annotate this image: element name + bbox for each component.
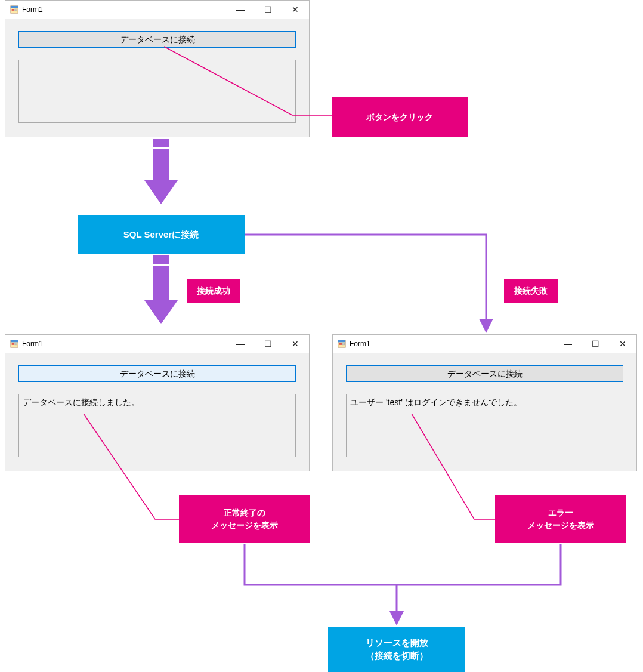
window-title: Form1 — [350, 340, 370, 348]
connect-button[interactable]: データベースに接続 — [18, 31, 296, 48]
form-window-initial: Form1 — ☐ ✕ データベースに接続 — [5, 0, 310, 137]
callout-click-button: ボタンをクリック — [332, 97, 468, 137]
form-window-fail: Form1 — ☐ ✕ データベースに接続 ユーザー 'test' はログインで… — [332, 334, 637, 471]
titlebar: Form1 — ☐ ✕ — [5, 335, 309, 353]
close-button[interactable]: ✕ — [282, 1, 309, 19]
svg-rect-1 — [11, 6, 18, 8]
connect-button[interactable]: データベースに接続 — [18, 365, 296, 382]
form-icon — [338, 340, 346, 348]
form-icon — [10, 340, 18, 348]
arrow-click-to-sql — [144, 139, 178, 204]
svg-rect-15 — [153, 255, 169, 264]
svg-rect-7 — [15, 343, 17, 345]
label-success: 接続成功 — [187, 279, 240, 303]
message-textbox[interactable] — [18, 60, 296, 123]
form-icon — [10, 5, 18, 14]
titlebar: Form1 — ☐ ✕ — [333, 335, 636, 353]
titlebar: Form1 — ☐ ✕ — [5, 1, 309, 19]
connect-button[interactable]: データベースに接続 — [346, 365, 623, 382]
svg-rect-12 — [153, 139, 169, 147]
close-button[interactable]: ✕ — [609, 335, 636, 353]
svg-rect-16 — [153, 266, 169, 300]
callout-success-message: 正常終了の メッセージを表示 — [179, 495, 310, 543]
svg-marker-14 — [144, 180, 178, 204]
minimize-button[interactable]: — — [554, 335, 582, 353]
minimize-button[interactable]: — — [227, 335, 254, 353]
message-textbox[interactable]: ユーザー 'test' はログインできませんでした。 — [346, 394, 623, 457]
maximize-button[interactable]: ☐ — [582, 335, 609, 353]
svg-rect-13 — [153, 149, 169, 180]
message-textbox[interactable]: データベースに接続しました。 — [18, 394, 296, 457]
svg-rect-5 — [11, 340, 18, 343]
window-title: Form1 — [22, 5, 43, 14]
close-button[interactable]: ✕ — [282, 335, 309, 353]
arrow-error-to-release — [397, 544, 561, 585]
svg-rect-9 — [338, 340, 345, 343]
flow-sql-connect: SQL Serverに接続 — [78, 215, 245, 254]
window-title: Form1 — [22, 340, 43, 348]
form-window-success: Form1 — ☐ ✕ データベースに接続 データベースに接続しました。 — [5, 334, 310, 471]
svg-rect-10 — [339, 343, 342, 345]
maximize-button[interactable]: ☐ — [254, 335, 282, 353]
svg-rect-3 — [15, 9, 17, 11]
label-fail: 接続失敗 — [504, 279, 558, 303]
svg-rect-11 — [342, 343, 345, 345]
arrow-sql-to-success — [144, 255, 178, 324]
minimize-button[interactable]: — — [227, 1, 254, 19]
maximize-button[interactable]: ☐ — [254, 1, 282, 19]
callout-error-message: エラー メッセージを表示 — [495, 495, 626, 543]
arrow-sql-to-fail — [245, 235, 486, 329]
svg-marker-17 — [144, 300, 178, 324]
svg-rect-6 — [12, 343, 14, 345]
svg-rect-2 — [12, 9, 14, 11]
arrow-success-to-release — [245, 544, 397, 622]
flow-release: リソースを開放 （接続を切断） — [328, 627, 465, 672]
